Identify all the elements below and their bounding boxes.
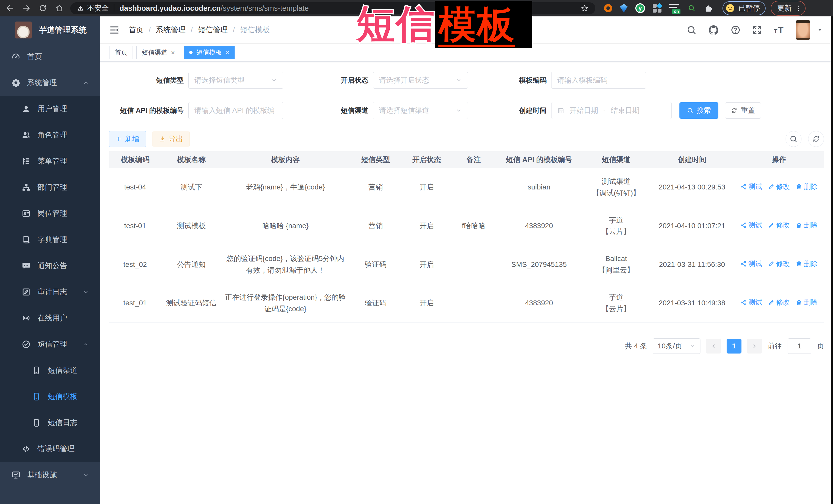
input-api-template-id[interactable]: 请输入短信 API 的模板编 [188, 102, 283, 119]
extension-list-icon[interactable]: on [669, 3, 680, 13]
reset-button[interactable]: 重置 [725, 102, 761, 119]
profile-paused-chip[interactable]: 已暂停 [722, 1, 766, 15]
security-indicator[interactable]: 不安全 [77, 3, 109, 13]
reload-icon[interactable] [39, 4, 47, 13]
action-label: 删除 [804, 181, 817, 192]
delete-link[interactable]: 删除 [795, 258, 817, 269]
tab-sms-channel[interactable]: 短信渠道× [136, 46, 180, 59]
app-logo-row[interactable]: 芋道管理系统 [0, 17, 100, 44]
action-label: 修改 [776, 181, 790, 192]
extensions-puzzle-icon[interactable] [704, 4, 713, 13]
refresh-button[interactable] [808, 131, 824, 147]
show-search-button[interactable] [786, 131, 802, 147]
bookmark-star-icon[interactable] [580, 4, 589, 12]
sidebar-item-sms-log[interactable]: 短信日志 [0, 410, 100, 436]
filter-label: 短信渠道 [301, 106, 368, 115]
extension-y-icon[interactable]: y [635, 3, 645, 13]
table-cell: suibian [496, 168, 582, 207]
goto-page-input[interactable] [788, 338, 811, 354]
breadcrumb-item[interactable]: 首页 [129, 25, 144, 35]
extension-gem-icon[interactable] [620, 4, 628, 13]
sidebar-item-infra[interactable]: 基础设施 [0, 462, 100, 488]
help-icon[interactable] [731, 25, 741, 35]
delete-link[interactable]: 删除 [795, 297, 817, 308]
home-icon[interactable] [55, 4, 64, 13]
dictionary-icon [22, 235, 31, 244]
sidebar-item-post[interactable]: 岗位管理 [0, 200, 100, 226]
select-sms-channel[interactable]: 请选择短信渠道 [373, 102, 468, 119]
export-button[interactable]: 导出 [152, 131, 189, 147]
test-link[interactable]: 测试 [740, 181, 762, 192]
address-bar[interactable]: 不安全 dashboard.yudao.iocoder.cn/system/sm… [70, 2, 595, 14]
delete-link[interactable]: 删除 [795, 220, 817, 231]
edit-link[interactable]: 修改 [768, 258, 790, 269]
select-status[interactable]: 请选择开启状态 [373, 72, 468, 89]
column-header: 创建时间 [650, 151, 734, 168]
forward-icon[interactable] [22, 4, 31, 13]
add-button[interactable]: 新增 [109, 131, 146, 147]
sidebar-item-menu[interactable]: 菜单管理 [0, 148, 100, 174]
back-icon[interactable] [6, 4, 14, 13]
search-button[interactable]: 搜索 [680, 102, 718, 119]
close-icon[interactable]: × [171, 49, 175, 56]
sidebar-item-dict[interactable]: 字典管理 [0, 226, 100, 253]
extension-orange-ring-icon[interactable] [604, 4, 612, 12]
sidebar-item-online-users[interactable]: 在线用户 [0, 305, 100, 331]
edit-link[interactable]: 修改 [768, 297, 790, 308]
edit-link[interactable]: 修改 [768, 181, 790, 192]
sidebar-item-dept[interactable]: 部门管理 [0, 174, 100, 200]
font-size-icon[interactable]: TT [774, 24, 785, 35]
sidebar-item-sms-template[interactable]: 短信模板 [0, 384, 100, 410]
edit-link[interactable]: 修改 [768, 220, 790, 231]
hamburger-icon[interactable] [109, 24, 120, 35]
prev-page-button[interactable] [706, 339, 721, 354]
sidebar-item-user[interactable]: 用户管理 [0, 96, 100, 122]
navbar-actions: TT [686, 20, 823, 40]
browser-menu-kebab-icon[interactable] [795, 5, 802, 12]
page-size-select[interactable]: 10条/页 [653, 338, 700, 354]
next-page-button[interactable] [747, 339, 762, 354]
extension-monocle-icon[interactable] [687, 4, 696, 13]
user-avatar[interactable] [796, 20, 810, 40]
breadcrumb-item[interactable]: 系统管理 [156, 25, 186, 35]
delete-icon [795, 183, 802, 190]
update-chip[interactable]: 更新 [771, 1, 806, 16]
date-range-field-create-time[interactable]: 开始日期-结束日期 [551, 102, 672, 119]
github-icon[interactable] [708, 24, 719, 35]
sidebar-item-system[interactable]: 系统管理 [0, 70, 100, 96]
org-icon [22, 183, 31, 192]
action-label: 测试 [748, 297, 762, 308]
select-sms-type[interactable]: 请选择短信类型 [188, 72, 283, 89]
test-link[interactable]: 测试 [740, 258, 762, 269]
close-icon[interactable]: × [225, 49, 229, 56]
sidebar-item-error-code[interactable]: 错误码管理 [0, 436, 100, 462]
delete-link[interactable]: 删除 [795, 181, 817, 192]
search-icon[interactable] [686, 25, 697, 35]
sidebar-item-audit-log[interactable]: 审计日志 [0, 279, 100, 305]
breadcrumb-separator: / [233, 26, 235, 34]
tab-sms-template[interactable]: 短信模板× [184, 46, 235, 59]
extension-grid-icon[interactable] [653, 4, 662, 13]
tab-label: 短信渠道 [142, 48, 167, 57]
breadcrumb-item[interactable]: 短信管理 [198, 25, 228, 35]
table-cell: 营销 [350, 168, 402, 207]
fullscreen-icon[interactable] [752, 25, 762, 35]
sidebar-item-label: 短信日志 [48, 417, 77, 428]
page-number-button[interactable]: 1 [727, 339, 741, 354]
table-cell: 公告通知 [161, 245, 221, 284]
tab-home[interactable]: 首页 [109, 46, 133, 59]
sidebar: 芋道管理系统 首页系统管理用户管理角色管理菜单管理部门管理岗位管理字典管理通知公… [0, 17, 100, 504]
column-header: 短信渠道 [582, 151, 650, 168]
avatar-caret-icon[interactable] [816, 27, 823, 33]
sidebar-item-notice[interactable]: 通知公告 [0, 253, 100, 279]
sidebar-item-sms[interactable]: 短信管理 [0, 331, 100, 357]
tab-label: 短信模板 [196, 48, 222, 57]
sidebar-item-sms-channel[interactable]: 短信渠道 [0, 357, 100, 384]
test-link[interactable]: 测试 [740, 297, 762, 308]
test-link[interactable]: 测试 [740, 220, 762, 231]
window-scrollbar[interactable] [831, 17, 833, 504]
input-template-code[interactable]: 请输入模板编码 [551, 72, 646, 89]
sidebar-item-home[interactable]: 首页 [0, 44, 100, 70]
delete-icon [795, 261, 802, 267]
sidebar-item-role[interactable]: 角色管理 [0, 122, 100, 148]
